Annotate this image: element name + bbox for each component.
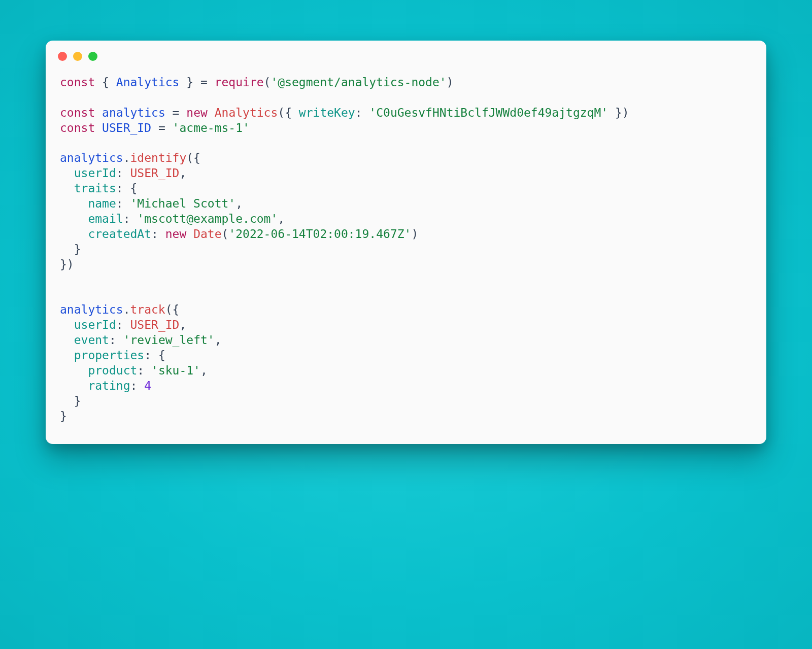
punct: : <box>116 166 130 180</box>
punct: , <box>235 197 243 210</box>
sym-userid-ref: USER_ID <box>130 318 180 331</box>
sym-analytics-var: analytics <box>60 151 123 164</box>
punct: : <box>355 106 369 119</box>
keyword-new: new <box>186 106 208 119</box>
sym-analytics-class: Analytics <box>116 76 180 89</box>
punct <box>95 106 102 119</box>
punct <box>60 166 74 180</box>
str-product: 'sku-1' <box>151 364 200 377</box>
punct <box>60 227 88 241</box>
prop-name: name <box>88 197 116 210</box>
str-userid: 'acme-ms-1' <box>173 121 250 134</box>
str-writekey: 'C0uGesvfHNtiBclfJWWd0ef49ajtgzqM' <box>369 106 608 119</box>
punct: . <box>123 151 130 164</box>
sym-userid-ref: USER_ID <box>130 166 180 180</box>
punct <box>60 349 74 362</box>
prop-writekey: writeKey <box>299 106 355 119</box>
punct: , <box>200 364 208 377</box>
punct <box>60 379 88 392</box>
keyword-new: new <box>165 227 187 241</box>
code-window: const { Analytics } = require('@segment/… <box>46 41 766 444</box>
prop-traits: traits <box>74 182 116 195</box>
stage: const { Analytics } = require('@segment/… <box>0 0 812 649</box>
call-identify: identify <box>130 151 186 164</box>
prop-properties: properties <box>74 349 144 362</box>
keyword-const: const <box>60 106 95 119</box>
keyword-const: const <box>60 76 95 89</box>
sym-analytics-var: analytics <box>60 303 123 316</box>
close-icon[interactable] <box>58 52 67 61</box>
prop-product: product <box>88 364 137 377</box>
prop-createdat: createdAt <box>88 227 151 241</box>
punct <box>95 121 102 134</box>
punct: : <box>130 379 144 392</box>
punct: { <box>95 76 116 89</box>
punct: } <box>60 409 67 423</box>
call-track: track <box>130 303 165 316</box>
sym-date: Date <box>193 227 221 241</box>
str-email: 'mscott@example.com' <box>137 212 278 225</box>
punct <box>208 106 215 119</box>
punct: = <box>165 106 187 119</box>
punct <box>60 212 88 225</box>
punct: . <box>123 303 130 316</box>
window-titlebar <box>46 41 766 66</box>
punct: : { <box>116 182 138 195</box>
sym-userid-const: USER_ID <box>102 121 151 134</box>
punct <box>60 318 74 331</box>
punct: , <box>179 166 186 180</box>
punct: ({ <box>165 303 180 316</box>
punct <box>60 333 74 347</box>
punct: } = <box>179 76 214 89</box>
minimize-icon[interactable] <box>73 52 82 61</box>
punct <box>60 197 88 210</box>
punct: ( <box>222 227 229 241</box>
keyword-const: const <box>60 121 95 134</box>
punct: , <box>179 318 186 331</box>
str-date: '2022-06-14T02:00:19.467Z' <box>228 227 411 241</box>
punct: : <box>137 364 151 377</box>
punct: : <box>116 318 130 331</box>
punct: , <box>215 333 222 347</box>
maximize-icon[interactable] <box>88 52 97 61</box>
prop-userid: userId <box>74 166 116 180</box>
sym-analytics-ctor: Analytics <box>215 106 278 119</box>
prop-rating: rating <box>88 379 130 392</box>
punct: : <box>123 212 138 225</box>
punct: }) <box>608 106 629 119</box>
punct: ) <box>447 76 454 89</box>
sym-require: require <box>215 76 264 89</box>
punct: = <box>151 121 173 134</box>
code-block[interactable]: const { Analytics } = require('@segment/… <box>46 66 766 429</box>
punct <box>60 364 88 377</box>
str-pkg: '@segment/analytics-node' <box>270 76 446 89</box>
prop-event: event <box>74 333 109 347</box>
prop-userid: userId <box>74 318 116 331</box>
punct <box>60 182 74 195</box>
punct: } <box>60 243 81 256</box>
punct: ) <box>411 227 418 241</box>
str-name: 'Michael Scott' <box>130 197 235 210</box>
punct: ( <box>264 76 271 89</box>
punct: : <box>109 333 123 347</box>
punct: ({ <box>278 106 299 119</box>
num-rating: 4 <box>144 379 151 392</box>
punct: , <box>278 212 285 225</box>
punct <box>186 227 193 241</box>
punct: }) <box>60 258 74 271</box>
punct: ({ <box>186 151 200 164</box>
punct: : { <box>144 349 165 362</box>
punct: : <box>116 197 130 210</box>
str-event: 'review_left' <box>123 333 215 347</box>
punct: : <box>151 227 165 241</box>
prop-email: email <box>88 212 123 225</box>
sym-analytics-var: analytics <box>102 106 165 119</box>
punct: } <box>60 394 81 407</box>
